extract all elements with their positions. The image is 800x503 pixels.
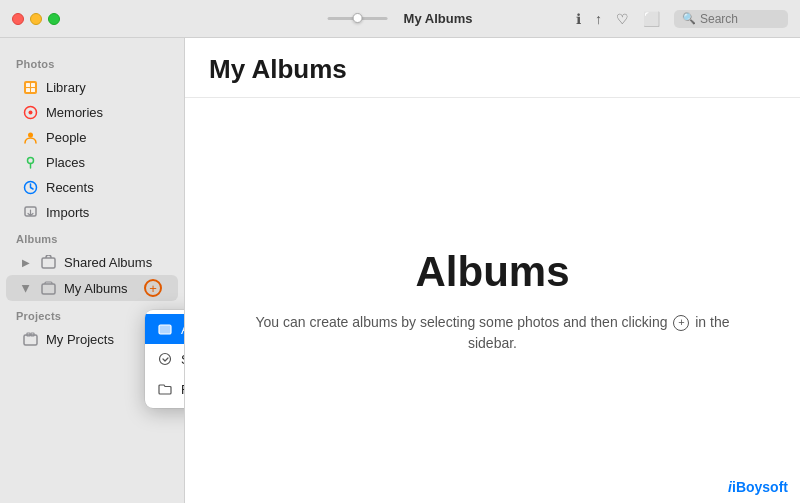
svg-point-7 (28, 132, 33, 137)
window-title: My Albums (404, 11, 473, 26)
svg-rect-16 (159, 325, 171, 334)
share-icon[interactable]: ↑ (595, 11, 602, 27)
photos-section-label: Photos (0, 50, 184, 74)
titlebar-center: My Albums (328, 11, 473, 26)
titlebar-icons: ℹ ↑ ♡ ⬜ 🔍 (576, 10, 788, 28)
search-input[interactable] (700, 12, 780, 26)
svg-point-6 (28, 110, 32, 114)
places-icon (22, 154, 38, 170)
my-albums-icon (40, 280, 56, 296)
minimize-button[interactable] (30, 13, 42, 25)
svg-point-18 (160, 354, 171, 365)
sidebar-item-recents-label: Recents (46, 180, 162, 195)
chevron-right-icon: ▶ (22, 257, 30, 268)
albums-description: You can create albums by selecting some … (233, 312, 753, 354)
albums-section-label: Albums (0, 225, 184, 249)
plus-circle-icon: + (673, 315, 689, 331)
dropdown-item-album-label: Album (181, 322, 185, 337)
dropdown-item-smart-album[interactable]: Smart Album (145, 344, 185, 374)
sidebar-item-shared-albums-label: Shared Albums (64, 255, 162, 270)
dropdown-menu: Album Smart Album Folder (145, 310, 185, 408)
svg-rect-2 (31, 83, 35, 87)
my-projects-icon (22, 331, 38, 347)
folder-menu-icon (157, 381, 173, 397)
main-content: My Albums Albums You can create albums b… (185, 38, 800, 503)
traffic-lights (12, 13, 60, 25)
sidebar-item-memories[interactable]: Memories (6, 100, 178, 124)
svg-rect-13 (24, 335, 37, 345)
maximize-button[interactable] (48, 13, 60, 25)
people-icon (22, 129, 38, 145)
svg-rect-11 (42, 258, 55, 268)
page-header: My Albums (185, 38, 800, 98)
sidebar-item-my-albums[interactable]: ▶ My Albums + (6, 275, 178, 301)
recents-icon (22, 179, 38, 195)
svg-rect-12 (42, 284, 55, 294)
album-menu-icon (157, 321, 173, 337)
imports-icon (22, 204, 38, 220)
sidebar: Photos Library Memories (0, 38, 185, 503)
sidebar-item-shared-albums[interactable]: ▶ Shared Albums (6, 250, 178, 274)
sidebar-item-memories-label: Memories (46, 105, 162, 120)
library-icon (22, 79, 38, 95)
sidebar-item-library[interactable]: Library (6, 75, 178, 99)
sidebar-item-imports[interactable]: Imports (6, 200, 178, 224)
add-album-button[interactable]: + (144, 279, 162, 297)
dropdown-item-album[interactable]: Album (145, 314, 185, 344)
dropdown-item-folder-label: Folder (181, 382, 185, 397)
page-title: My Albums (209, 54, 776, 85)
titlebar: My Albums ℹ ↑ ♡ ⬜ 🔍 (0, 0, 800, 38)
info-icon[interactable]: ℹ (576, 11, 581, 27)
rotate-icon[interactable]: ⬜ (643, 11, 660, 27)
sidebar-item-places[interactable]: Places (6, 150, 178, 174)
watermark: iiBoysoft (728, 479, 788, 495)
svg-point-8 (27, 157, 33, 163)
svg-rect-1 (26, 83, 30, 87)
smart-album-menu-icon (157, 351, 173, 367)
memories-icon (22, 104, 38, 120)
albums-heading: Albums (415, 248, 569, 296)
main-empty-state: Albums You can create albums by selectin… (185, 98, 800, 503)
zoom-slider[interactable] (328, 17, 388, 20)
close-button[interactable] (12, 13, 24, 25)
sidebar-item-imports-label: Imports (46, 205, 162, 220)
app-body: Photos Library Memories (0, 38, 800, 503)
favorite-icon[interactable]: ♡ (616, 11, 629, 27)
dropdown-item-folder[interactable]: Folder (145, 374, 185, 404)
sidebar-item-people[interactable]: People (6, 125, 178, 149)
sidebar-item-people-label: People (46, 130, 162, 145)
svg-rect-3 (26, 88, 30, 92)
sidebar-item-recents[interactable]: Recents (6, 175, 178, 199)
search-icon: 🔍 (682, 12, 696, 25)
dropdown-item-smart-album-label: Smart Album (181, 352, 185, 367)
sidebar-item-library-label: Library (46, 80, 162, 95)
svg-rect-0 (24, 81, 37, 94)
svg-rect-4 (31, 88, 35, 92)
search-box[interactable]: 🔍 (674, 10, 788, 28)
sidebar-item-my-albums-label: My Albums (64, 281, 136, 296)
chevron-down-icon: ▶ (21, 284, 32, 292)
shared-albums-icon (40, 254, 56, 270)
sidebar-item-places-label: Places (46, 155, 162, 170)
